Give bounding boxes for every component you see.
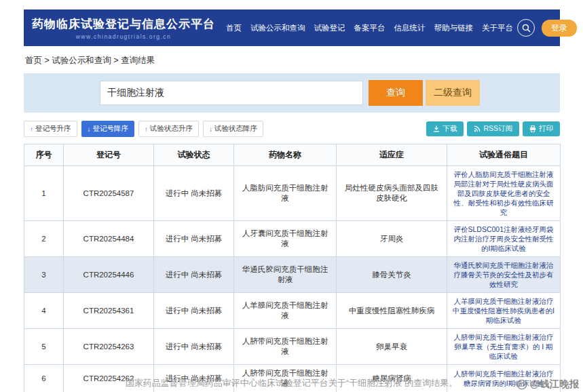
image-caption-row: 国家药品监督管理局药品审评中心临床试验登记平台关于“干细胞注射液”的查询结果。 … bbox=[0, 377, 583, 391]
main-nav: 首页 试验公示和查询 试验登记 备案平台 信息统计 帮助与链接 关于平台 bbox=[226, 23, 513, 33]
cell-trial-title-link[interactable]: 华通氏胶间充质干细胞注射液治疗膝骨关节炎的安全性及初步有效性研究 bbox=[447, 257, 561, 293]
cell-indication: 膝骨关节炎 bbox=[337, 257, 447, 293]
cell-indication: 卵巢早衰 bbox=[337, 329, 447, 365]
nav-item-trial-disclosure-search[interactable]: 试验公示和查询 bbox=[250, 23, 305, 33]
sort-down-icon: ↓ bbox=[209, 125, 212, 133]
cell-index: 4 bbox=[24, 293, 64, 329]
sort-button-label: 试验状态降序 bbox=[214, 124, 257, 134]
sort-button-label: 试验状态升序 bbox=[150, 124, 193, 134]
column-header-index: 序号 bbox=[24, 144, 64, 166]
cell-regno: CTR20254361 bbox=[64, 293, 154, 329]
cell-trial-title-link[interactable]: 评价人脂肪间充质干细胞注射液局部注射对于局灶性硬皮病头面部及四肢皮肤硬化患者的安… bbox=[447, 166, 561, 221]
login-button[interactable]: 登录 bbox=[542, 20, 577, 37]
rss-icon bbox=[474, 125, 481, 132]
cell-indication: 中重度慢性阻塞性肺疾病 bbox=[337, 293, 447, 329]
rss-button[interactable]: RSS订阅 bbox=[467, 121, 519, 136]
nav-item-filing-platform[interactable]: 备案平台 bbox=[354, 23, 385, 33]
sort-down-icon: ↓ bbox=[88, 125, 91, 133]
breadcrumb[interactable]: 首页 > 试验公示和查询 > 查询结果 bbox=[24, 46, 560, 73]
nav-item-help-links[interactable]: 帮助与链接 bbox=[434, 23, 474, 33]
table-row[interactable]: 2 CTR20254484 进行中 尚未招募 人牙囊间充质干细胞注射液 牙周炎 … bbox=[24, 221, 561, 257]
cell-drug: 人羊膜间充质干细胞注射液 bbox=[234, 293, 337, 329]
table-header-row: 序号 登记号 试验状态 药物名称 适应症 试验通俗题目 bbox=[24, 144, 561, 166]
nav-item-about[interactable]: 关于平台 bbox=[482, 23, 513, 33]
cell-status: 进行中 尚未招募 bbox=[154, 166, 234, 221]
table-row[interactable]: 4 CTR20254361 进行中 尚未招募 人羊膜间充质干细胞注射液 中重度慢… bbox=[24, 293, 561, 329]
cell-index: 2 bbox=[24, 221, 64, 257]
sort-up-icon: ↑ bbox=[30, 125, 33, 133]
cell-drug: 人脂肪间充质干细胞注射液 bbox=[234, 166, 337, 221]
cell-status: 进行中 尚未招募 bbox=[154, 221, 234, 257]
page: 药物临床试验登记与信息公示平台 www.chinadrugtrials.org.… bbox=[0, 0, 583, 392]
cell-indication: 局灶性硬皮病头面部及四肢皮肤硬化 bbox=[337, 166, 447, 221]
column-header-indication: 适应症 bbox=[337, 144, 447, 166]
sort-button-label: 登记号升序 bbox=[35, 124, 71, 134]
download-label: 下载 bbox=[443, 124, 457, 134]
results-toolbar: ↑ 登记号升序 ↓ 登记号降序 ↑ 试验状态升序 ↓ 试验状态降序 bbox=[24, 121, 560, 137]
watermark-logo-icon bbox=[515, 378, 528, 391]
watermark: @钱江晚报 bbox=[516, 378, 579, 391]
table-row[interactable]: 1 CTR20254587 进行中 尚未招募 人脂肪间充质干细胞注射液 局灶性硬… bbox=[24, 166, 561, 221]
download-button[interactable]: 下载 bbox=[426, 121, 464, 136]
cell-status: 进行中 尚未招募 bbox=[154, 257, 234, 293]
search-panel: 查询 二级查询 bbox=[24, 73, 560, 113]
sort-status-desc-button[interactable]: ↓ 试验状态降序 bbox=[203, 121, 263, 137]
nav-item-home[interactable]: 首页 bbox=[226, 23, 242, 33]
cell-drug: 人牙囊间充质干细胞注射液 bbox=[234, 221, 337, 257]
action-buttons: 下载 RSS订阅 打印 bbox=[426, 121, 560, 136]
search-input[interactable] bbox=[100, 81, 363, 105]
download-icon bbox=[433, 125, 440, 132]
cell-drug: 华通氏胶间充质干细胞注射液 bbox=[234, 257, 337, 293]
nav-item-trial-registration[interactable]: 试验登记 bbox=[314, 23, 345, 33]
cell-status: 进行中 尚未招募 bbox=[154, 329, 234, 365]
cell-trial-title-link[interactable]: 评价SLDSC001注射液经牙周袋内注射治疗牙周炎安全性耐受性的I期临床试验 bbox=[447, 221, 561, 257]
cell-regno: CTR20254446 bbox=[64, 257, 154, 293]
sort-up-icon: ↑ bbox=[145, 125, 148, 133]
column-header-regno: 登记号 bbox=[64, 144, 154, 166]
nav-item-statistics[interactable]: 信息统计 bbox=[394, 23, 426, 33]
site-screenshot: 药物临床试验登记与信息公示平台 www.chinadrugtrials.org.… bbox=[24, 9, 560, 392]
cell-drug: 人脐带间充质干细胞注射液 bbox=[234, 329, 337, 365]
image-caption: 国家药品监督管理局药品审评中心临床试验登记平台关于“干细胞注射液”的查询结果。 bbox=[0, 377, 583, 389]
print-label: 打印 bbox=[539, 124, 553, 134]
print-button[interactable]: 打印 bbox=[523, 121, 560, 136]
print-icon bbox=[529, 125, 536, 132]
sort-regno-desc-button[interactable]: ↓ 登记号降序 bbox=[81, 121, 135, 137]
header-search-button[interactable] bbox=[517, 19, 535, 37]
table-row[interactable]: 5 CTR20254263 进行中 尚未招募 人脐带间充质干细胞注射液 卵巢早衰… bbox=[24, 329, 561, 365]
cell-regno: CTR20254263 bbox=[64, 329, 154, 365]
top-navbar: 药物临床试验登记与信息公示平台 www.chinadrugtrials.org.… bbox=[24, 9, 560, 46]
cell-regno: CTR20254587 bbox=[64, 166, 154, 221]
sort-button-label: 登记号降序 bbox=[93, 124, 129, 134]
sort-buttons: ↑ 登记号升序 ↓ 登记号降序 ↑ 试验状态升序 ↓ 试验状态降序 bbox=[24, 121, 263, 137]
column-header-status: 试验状态 bbox=[154, 144, 234, 166]
column-header-drug: 药物名称 bbox=[234, 144, 337, 166]
cell-regno: CTR20254484 bbox=[64, 221, 154, 257]
search-icon bbox=[522, 24, 531, 33]
cell-trial-title-link[interactable]: 人羊膜间充质干细胞注射液治疗中重度慢性阻塞性肺疾病患者的I期临床试验 bbox=[447, 293, 561, 329]
sort-status-asc-button[interactable]: ↑ 试验状态升序 bbox=[138, 121, 199, 137]
table-row-highlighted[interactable]: 3 CTR20254446 进行中 尚未招募 华通氏胶间充质干细胞注射液 膝骨关… bbox=[24, 257, 561, 293]
query-button[interactable]: 查询 bbox=[369, 80, 423, 106]
cell-index: 1 bbox=[24, 166, 64, 221]
site-title: 药物临床试验登记与信息公示平台 bbox=[32, 16, 215, 32]
cell-trial-title-link[interactable]: 人脐带间充质干细胞注射液治疗卵巢早衰（无生育需求）的 I 期临床试验 bbox=[447, 329, 561, 365]
cell-index: 3 bbox=[24, 257, 64, 293]
watermark-text: @钱江晚报 bbox=[530, 378, 579, 391]
secondary-query-button[interactable]: 二级查询 bbox=[426, 80, 480, 106]
site-url: www.chinadrugtrials.org.cn bbox=[32, 33, 215, 40]
cell-indication: 牙周炎 bbox=[337, 221, 447, 257]
results-table: 序号 登记号 试验状态 药物名称 适应症 试验通俗题目 1 CTR2025458… bbox=[24, 144, 561, 392]
sort-regno-asc-button[interactable]: ↑ 登记号升序 bbox=[24, 121, 77, 137]
cell-status: 进行中 尚未招募 bbox=[154, 293, 234, 329]
column-header-title: 试验通俗题目 bbox=[447, 144, 561, 166]
site-logo[interactable]: 药物临床试验登记与信息公示平台 www.chinadrugtrials.org.… bbox=[32, 16, 215, 40]
rss-label: RSS订阅 bbox=[483, 124, 512, 134]
cell-index: 5 bbox=[24, 329, 64, 365]
